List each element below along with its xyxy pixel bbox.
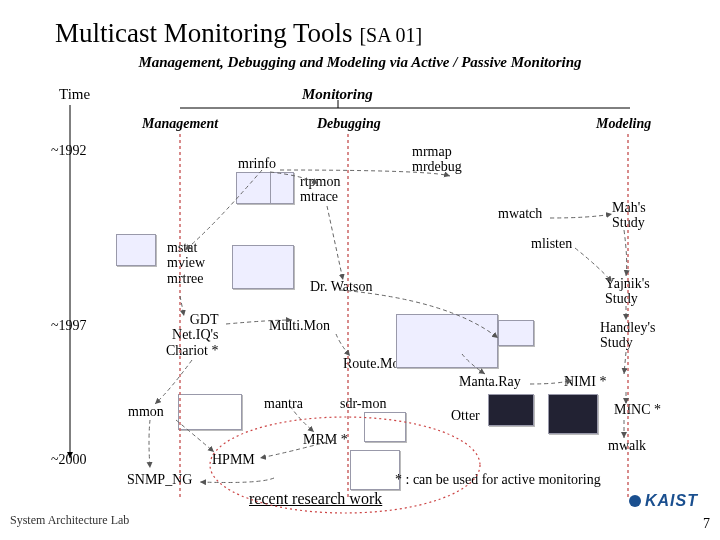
title-ref: [SA 01] xyxy=(359,24,422,46)
node-handley: Handley's Study xyxy=(600,320,655,351)
node-mrm: MRM * xyxy=(303,432,348,447)
time-heading: Time xyxy=(59,86,90,103)
modeling-heading: Modeling xyxy=(596,116,651,132)
thumbnail-icon xyxy=(270,172,294,204)
thumbnail-icon xyxy=(364,412,406,442)
year-2000: ~2000 xyxy=(51,452,87,468)
node-mrinfo: mrinfo xyxy=(238,156,276,171)
thumbnail-icon xyxy=(396,314,498,368)
thumbnail-icon xyxy=(350,450,400,490)
node-mah: Mah's Study xyxy=(612,200,646,231)
node-snmp-ng: SNMP_NG xyxy=(127,472,192,487)
node-minc: MINC * xyxy=(614,402,661,417)
thumbnail-icon xyxy=(116,234,156,266)
footer-lab-name: System Architecture Lab xyxy=(10,513,129,528)
slide-title: Multicast Monitoring Tools [SA 01] xyxy=(55,18,422,49)
thumbnail-icon xyxy=(178,394,242,430)
kaist-logo: KAIST xyxy=(629,492,698,510)
thumbnail-icon xyxy=(488,394,534,426)
slide-subtitle: Management, Debugging and Modeling via A… xyxy=(0,54,720,71)
node-mantaray: Manta.Ray xyxy=(459,374,521,389)
management-heading: Management xyxy=(142,116,218,132)
slide-number: 7 xyxy=(703,516,710,532)
node-yajnik: Yajnik's Study xyxy=(605,276,650,307)
node-nimi: NIMI * xyxy=(564,374,606,389)
node-drwatson: Dr. Watson xyxy=(310,279,372,294)
node-mrmap-mrdebug: mrmap mrdebug xyxy=(412,144,462,175)
monitoring-heading: Monitoring xyxy=(302,86,373,103)
node-mmon: mmon xyxy=(128,404,164,419)
node-mlisten: mlisten xyxy=(531,236,572,251)
node-otter: Otter xyxy=(451,408,480,423)
node-multimon: Multi.Mon xyxy=(269,318,330,333)
node-rtpmon-mtrace: rtpmon mtrace xyxy=(300,174,340,205)
thumbnail-icon xyxy=(548,394,598,434)
node-sdrmon: sdr-mon xyxy=(340,396,386,411)
year-1992: ~1992 xyxy=(51,143,87,159)
node-gdt: GDT Net.IQ's Chariot * xyxy=(166,312,219,358)
recent-research-label: recent research work xyxy=(249,490,382,508)
footnote: * : can be used for active monitoring xyxy=(395,472,601,488)
thumbnail-icon xyxy=(498,320,534,346)
node-hpmm: HPMM xyxy=(212,452,255,467)
title-main: Multicast Monitoring Tools xyxy=(55,18,359,48)
debugging-heading: Debugging xyxy=(317,116,381,132)
node-mstat-mview-mrtree: mstat mview mrtree xyxy=(167,240,205,286)
node-mantra: mantra xyxy=(264,396,303,411)
node-mwatch: mwatch xyxy=(498,206,542,221)
thumbnail-icon xyxy=(232,245,294,289)
year-1997: ~1997 xyxy=(51,318,87,334)
kaist-dot-icon xyxy=(629,495,641,507)
kaist-text: KAIST xyxy=(645,492,698,510)
node-mwalk: mwalk xyxy=(608,438,646,453)
